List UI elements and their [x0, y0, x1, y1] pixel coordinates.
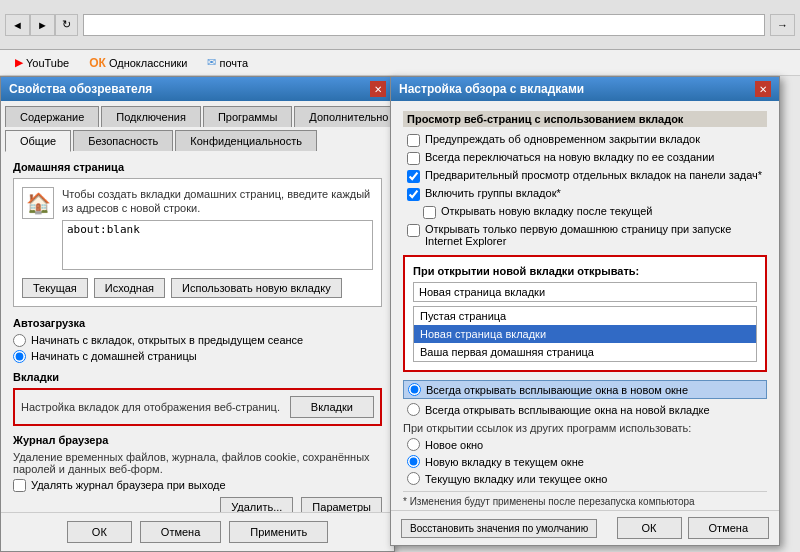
bookmark-ok-label: Одноклассники [109, 57, 188, 69]
home-url-input[interactable]: about:blank [62, 220, 373, 270]
tcd-checkbox-3: Предварительный просмотр отдельных вклад… [403, 169, 767, 183]
tcd-content: Просмотр веб-страниц с использованием вк… [391, 101, 779, 517]
forward-button[interactable]: ► [30, 14, 55, 36]
tcd-sub-checkbox-2: Открывать только первую домашнюю страниц… [403, 223, 767, 247]
tcd-bottom-right-buttons: ОК Отмена [617, 517, 769, 539]
autoload-radio2: Начинать с домашней страницы [13, 350, 382, 363]
tcd-sub-checkbox-1-label: Открывать новую вкладку после текущей [441, 205, 653, 217]
house-icon: 🏠 [22, 187, 54, 219]
address-bar[interactable] [83, 14, 765, 36]
tcd-checkbox-2-label: Всегда переключаться на новую вкладку по… [425, 151, 714, 163]
journal-section: Журнал браузера Удаление временных файло… [13, 434, 382, 517]
ie-options-titlebar: Свойства обозревателя ✕ [1, 77, 394, 101]
tab-privacy[interactable]: Конфиденциальность [175, 130, 317, 151]
home-url-area: Чтобы создать вкладки домашних страниц, … [62, 187, 373, 273]
popup-radio-1-input[interactable] [408, 383, 421, 396]
tcd-cancel-btn[interactable]: Отмена [688, 517, 769, 539]
dropdown-option-1[interactable]: Пустая страница [414, 307, 756, 325]
back-button[interactable]: ◄ [5, 14, 30, 36]
links-radio-2-input[interactable] [407, 455, 420, 468]
autoload-radio1: Начинать с вкладок, открытых в предыдуще… [13, 334, 382, 347]
tab-programs[interactable]: Программы [203, 106, 292, 127]
journal-checkbox-label: Удалять журнал браузера при выходе [31, 479, 226, 491]
links-section-label: При открытии ссылок из других программ и… [403, 422, 767, 434]
tcd-section-title: Просмотр веб-страниц с использованием вк… [403, 111, 767, 127]
journal-checkbox[interactable] [13, 479, 26, 492]
tabs-config-btn[interactable]: Вкладки [290, 396, 374, 418]
default-page-btn[interactable]: Исходная [94, 278, 165, 298]
tcd-close-btn[interactable]: ✕ [755, 81, 771, 97]
links-section: При открытии ссылок из других программ и… [403, 422, 767, 485]
content-area: Свойства обозревателя ✕ Содержание Подкл… [0, 76, 800, 552]
tcd-ok-btn[interactable]: ОК [617, 517, 682, 539]
tab-select-wrapper: Пустая страница Новая страница вкладки В… [413, 282, 757, 302]
ie-options-bottom: ОК Отмена Применить [1, 512, 394, 551]
ok-icon: ОК [89, 56, 106, 70]
tcd-footer-note: * Изменения будут применены после переза… [403, 491, 767, 507]
ie-options-title: Свойства обозревателя [9, 82, 152, 96]
dropdown-list: Пустая страница Новая страница вкладки В… [413, 306, 757, 362]
tcd-title: Настройка обзора с вкладками [399, 82, 584, 96]
tab-advanced[interactable]: Дополнительно [294, 106, 403, 127]
refresh-button[interactable]: ↻ [55, 14, 78, 36]
journal-checkbox-item: Удалять журнал браузера при выходе [13, 479, 382, 492]
bookmark-youtube[interactable]: ▶ YouTube [8, 54, 76, 72]
tabs-config-dialog: Настройка обзора с вкладками ✕ Просмотр … [390, 76, 780, 546]
autoload-radio1-label: Начинать с вкладок, открытых в предыдуще… [31, 334, 303, 346]
popup-radio-1-item: Всегда открывать всплывающие окна в ново… [403, 380, 767, 399]
tabs-section-title: Вкладки [13, 371, 382, 383]
autoload-title: Автозагрузка [13, 317, 382, 329]
popup-radio-2-input[interactable] [407, 403, 420, 416]
links-radio-3-input[interactable] [407, 472, 420, 485]
ie-options-tabs-row1: Содержание Подключения Программы Дополни… [1, 101, 394, 127]
autoload-radio2-input[interactable] [13, 350, 26, 363]
home-page-buttons: Текущая Исходная Использовать новую вкла… [22, 278, 373, 298]
tcd-titlebar: Настройка обзора с вкладками ✕ [391, 77, 779, 101]
ie-options-close[interactable]: ✕ [370, 81, 386, 97]
tab-general[interactable]: Общие [5, 130, 71, 152]
tcd-sub-checkbox-2-input[interactable] [407, 224, 420, 237]
tcd-checkbox-2-input[interactable] [407, 152, 420, 165]
bookmark-mail-label: почта [219, 57, 248, 69]
tab-content[interactable]: Содержание [5, 106, 99, 127]
ie-options-content: Домашняя страница 🏠 Чтобы создать вкладк… [1, 151, 394, 540]
autoload-radio2-label: Начинать с домашней страницы [31, 350, 197, 362]
bookmark-mail[interactable]: ✉ почта [200, 53, 255, 72]
links-radio-3-label: Текущую вкладку или текущее окно [425, 473, 607, 485]
tcd-sub-checkbox-1-input[interactable] [423, 206, 436, 219]
autoload-radio1-input[interactable] [13, 334, 26, 347]
tcd-restore-btn[interactable]: Восстановить значения по умолчанию [401, 519, 597, 538]
tcd-bottom: Восстановить значения по умолчанию ОК От… [391, 510, 779, 545]
ie-cancel-btn[interactable]: Отмена [140, 521, 221, 543]
tcd-checkbox-3-input[interactable] [407, 170, 420, 183]
links-radio-2-item: Новую вкладку в текущем окне [403, 455, 767, 468]
tab-security[interactable]: Безопасность [73, 130, 173, 151]
popup-radio-2-label: Всегда открывать всплывающие окна на нов… [425, 404, 710, 416]
tcd-checkbox-1-input[interactable] [407, 134, 420, 147]
browser-toolbar: ◄ ► ↻ → [0, 0, 800, 50]
popup-radio-1-label: Всегда открывать всплывающие окна в ново… [426, 384, 688, 396]
bookmarks-bar: ▶ YouTube ОК Одноклассники ✉ почта [0, 50, 800, 76]
ie-apply-btn[interactable]: Применить [229, 521, 328, 543]
ie-ok-btn[interactable]: ОК [67, 521, 132, 543]
ie-options-tabs-row2: Общие Безопасность Конфиденциальность [1, 127, 394, 151]
dropdown-option-3[interactable]: Ваша первая домашняя страница [414, 343, 756, 361]
popup-section: Всегда открывать всплывающие окна в ново… [403, 380, 767, 416]
tab-open-select[interactable]: Пустая страница Новая страница вкладки В… [413, 282, 757, 302]
mail-icon: ✉ [207, 56, 216, 69]
current-page-btn[interactable]: Текущая [22, 278, 88, 298]
go-button[interactable]: → [770, 14, 795, 36]
bookmark-ok[interactable]: ОК Одноклассники [82, 53, 194, 73]
links-radio-1-label: Новое окно [425, 439, 483, 451]
dropdown-option-2[interactable]: Новая страница вкладки [414, 325, 756, 343]
links-radio-1-input[interactable] [407, 438, 420, 451]
links-radio-2-label: Новую вкладку в текущем окне [425, 456, 584, 468]
tcd-checkbox-4-input[interactable] [407, 188, 420, 201]
tcd-checkbox-2: Всегда переключаться на новую вкладку по… [403, 151, 767, 165]
ie-options-dialog: Свойства обозревателя ✕ Содержание Подкл… [0, 76, 395, 552]
new-tab-btn[interactable]: Использовать новую вкладку [171, 278, 342, 298]
links-radio-3-item: Текущую вкладку или текущее окно [403, 472, 767, 485]
tcd-checkbox-1-label: Предупреждать об одновременном закрытии … [425, 133, 700, 145]
tab-connections[interactable]: Подключения [101, 106, 201, 127]
links-radio-1-item: Новое окно [403, 438, 767, 451]
